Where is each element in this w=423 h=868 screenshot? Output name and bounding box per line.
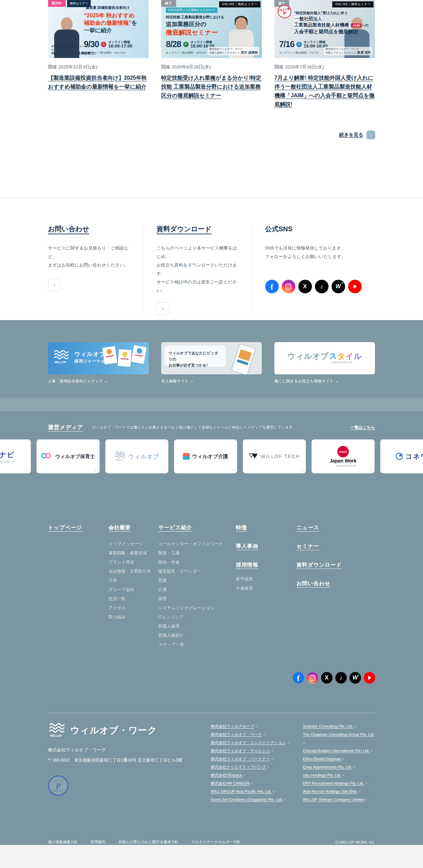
see-more-link[interactable]: 続きを見る (339, 132, 363, 138)
job-site-caption[interactable]: 求人検索サイト (161, 379, 262, 384)
seminar-title-link[interactable]: 特定技能受け入れ業種がまる分かり!特定技能 工業製品製造分野における追加業務区分… (161, 74, 262, 100)
nav-link[interactable]: 保育 (158, 594, 236, 604)
download-chevron-button[interactable] (156, 302, 169, 315)
nav-case-studies[interactable]: 導入事例 (236, 543, 258, 550)
global-company-link[interactable]: Ethos BeathChapman (303, 755, 375, 763)
group-company-link[interactable]: WILL GROUP Asia Pacific Pte. Ltd. (211, 788, 303, 796)
media-card-konewa[interactable]: コネワ (380, 439, 423, 473)
nav-link[interactable]: 役員一覧 (109, 594, 158, 604)
global-company-link[interactable]: Oriental Aviation International Pte. Ltd… (303, 747, 375, 755)
nav-link[interactable]: 宿泊・外食 (158, 558, 236, 567)
media-card-japanwork[interactable]: work Japan Work powered by WILLOF (312, 439, 375, 473)
nav-link[interactable]: 事業戦略・事業領域 (109, 549, 158, 558)
nav-link[interactable]: 営業 (158, 576, 236, 585)
facebook-icon[interactable] (293, 672, 304, 684)
group-company-link[interactable]: 株式会社ウィルグループ (211, 723, 303, 731)
nav-link[interactable]: 外国人雇用 (158, 622, 236, 631)
global-company-link[interactable]: Asia Recruit Holdings Sdn.Bhd. (303, 788, 375, 796)
inquiry-chevron-button[interactable] (48, 278, 61, 291)
group-company-link[interactable]: 株式会社ウィルオブ・チャレンジ (211, 747, 303, 755)
nav-link[interactable]: コールセンター・オフィスワーク (158, 539, 236, 549)
nav-link[interactable]: グループ会社 (109, 585, 158, 594)
seminar-banner-image[interactable]: 終了 ONLINE｜無料セミナー 7月より解禁! “特定技能外国人”受け入れに伴… (274, 0, 375, 58)
nav-recruit[interactable]: 採用情報 (236, 561, 258, 569)
instagram-icon[interactable] (307, 672, 318, 684)
journal-caption[interactable]: 人事・採用担当者向けメディア (48, 379, 149, 384)
instagram-icon[interactable] (282, 280, 295, 293)
youtube-icon[interactable] (348, 280, 362, 293)
youtube-icon[interactable] (364, 672, 375, 684)
nav-top-page[interactable]: トップページ (48, 524, 82, 531)
recruit-journal-banner[interactable]: WILLOF ウィルオブ 採用ジャーナル (48, 342, 149, 374)
global-company-link[interactable]: Scientec Consulting Pte. Ltd. (303, 723, 375, 731)
nav-link[interactable]: 取り組み (109, 613, 158, 622)
nav-link[interactable]: 製造・工場 (158, 549, 236, 558)
global-company-link[interactable]: u&u Holdings Pty. Ltd. (303, 771, 375, 780)
nav-link[interactable]: ブランド理念 (109, 558, 158, 567)
wantedly-icon[interactable] (332, 280, 345, 293)
job-site-banner[interactable]: ウィルオブであなたにピッタリの お仕事が必ず見つかる! (161, 342, 262, 374)
group-company-link[interactable]: Good Job Creations (Singapore) Pte. Ltd. (211, 796, 303, 804)
media-card-hoikushi[interactable]: ウィルオブ保育士 (37, 439, 100, 473)
nav-link[interactable]: 会社情報・主要取引先 (109, 567, 158, 576)
tiktok-icon[interactable] (335, 672, 347, 684)
terms-link[interactable]: 利用規約 (91, 840, 106, 845)
media-card-tech[interactable]: WILLOF TECH (243, 439, 306, 473)
global-company-link[interactable]: WILLOF Vietnam Company Limited (303, 796, 375, 804)
promo-job-site[interactable]: ウィルオブであなたにピッタリの お仕事が必ず見つかる! 求人検索サイト (161, 342, 262, 384)
inquiry-heading-link[interactable]: お問い合わせ (48, 224, 129, 234)
foreign-workers-policy-link[interactable]: 外国人の受け入れに関する基本方針 (119, 840, 179, 845)
privacy-policy-link[interactable]: 個人情報保護方針 (48, 840, 78, 845)
seminar-title-link[interactable]: 7月より解禁! 特定技能外国人受け入れに伴う一般社団法人工業製品製造技能人材機構… (274, 74, 375, 109)
media-card-kaigo[interactable]: ウィルオブ介護 (174, 439, 237, 473)
global-company-link[interactable]: Quay Appointments Pty. Ltd. (303, 763, 375, 771)
promo-willof-style[interactable]: ウィルオブスタイル powered by WILLOF 働くに関するお役立ち情報… (274, 342, 375, 384)
seminar-card[interactable]: 受付中 無料セミナー 製造業 設備投資担当者向け “2025年 秋おすすめ 補助… (48, 0, 149, 109)
wantedly-icon[interactable] (350, 672, 361, 684)
nav-news[interactable]: ニュース (297, 524, 319, 531)
seminar-banner-image[interactable]: 終了 ONLINE｜無料セミナー 特定技能受け入れ業種がまる分かり! 特定技能 … (161, 0, 262, 58)
nav-services[interactable]: サービス紹介 (158, 524, 192, 531)
media-card-konenavi[interactable]: コネナビpowered by WILLOF (0, 439, 31, 473)
nav-features[interactable]: 特徴 (236, 524, 247, 531)
nav-link[interactable]: 営業人材紹介 (158, 631, 236, 640)
group-company-link[interactable]: 株式会社ウィルオブ・ワーク (211, 731, 303, 739)
media-card-willof[interactable]: WILLOF ウィルオブ (105, 439, 168, 473)
nav-link[interactable]: 介護 (158, 585, 236, 594)
promo-recruit-journal[interactable]: WILLOF ウィルオブ 採用ジャーナル 人事・採用担当者向けメディア (48, 342, 149, 384)
nav-link[interactable]: ITエンジニア (158, 613, 236, 622)
seminar-banner-image[interactable]: 受付中 無料セミナー 製造業 設備投資担当者向け “2025年 秋おすすめ 補助… (48, 0, 149, 58)
nav-link[interactable]: アクセス (109, 604, 158, 613)
nav-link[interactable]: 接客販売・ラウンダー (158, 567, 236, 576)
group-company-link[interactable]: 株式会社クリエイティブバンク (211, 763, 303, 771)
see-more-chevron-button[interactable]: › (366, 131, 375, 139)
x-twitter-icon[interactable] (298, 280, 312, 293)
stakeholder-policy-link[interactable]: マルチステークホルダー方針 (191, 840, 240, 845)
nav-link[interactable]: システムインテグレーション (158, 604, 236, 613)
nav-seminar[interactable]: セミナー (297, 543, 319, 550)
nav-link[interactable]: 中途採用 (236, 584, 297, 593)
nav-download[interactable]: 資料ダウンロード (297, 561, 342, 569)
group-company-link[interactable]: 株式会社ウィルオブ・コンストラクション (211, 739, 303, 747)
global-company-link[interactable]: The Chapman Consulting Group Pte. Ltd. (303, 731, 375, 747)
group-company-link[interactable]: 株式会社ウィルオブ・パートナー (211, 755, 303, 763)
nav-link[interactable]: メディア一覧 (158, 640, 236, 649)
seminar-card[interactable]: 終了 ONLINE｜無料セミナー 特定技能受け入れ業種がまる分かり! 特定技能 … (161, 0, 262, 109)
media-list-link[interactable]: 一覧はこちら (350, 425, 375, 430)
nav-link[interactable]: トップメッセージ (109, 539, 158, 549)
nav-link[interactable]: 沿革 (109, 576, 158, 585)
nav-contact[interactable]: お問い合わせ (297, 580, 331, 587)
willof-style-banner[interactable]: ウィルオブスタイル powered by WILLOF (274, 342, 375, 374)
nav-company-overview[interactable]: 会社概要 (109, 524, 131, 531)
seminar-card[interactable]: 終了 ONLINE｜無料セミナー 7月より解禁! “特定技能外国人”受け入れに伴… (274, 0, 375, 109)
group-company-link[interactable]: 株式会社HR CAREER (211, 780, 303, 788)
nav-link[interactable]: 新卒採用 (236, 575, 297, 584)
willof-style-caption[interactable]: 働くに関するお役立ち情報サイト (274, 379, 375, 384)
group-company-link[interactable]: 株式会社CEspace (211, 771, 303, 780)
facebook-icon[interactable] (265, 280, 279, 293)
seminar-title-link[interactable]: 【製造業設備投資担当者向け】2025年秋おすすめ補助金の最新情報を一挙に紹介 (48, 74, 149, 91)
x-twitter-icon[interactable] (321, 672, 333, 684)
tiktok-icon[interactable] (315, 280, 329, 293)
download-heading-link[interactable]: 資料ダウンロード (156, 224, 238, 234)
global-company-link[interactable]: DFP Recruitment Holdings Pty. Ltd. (303, 780, 375, 788)
